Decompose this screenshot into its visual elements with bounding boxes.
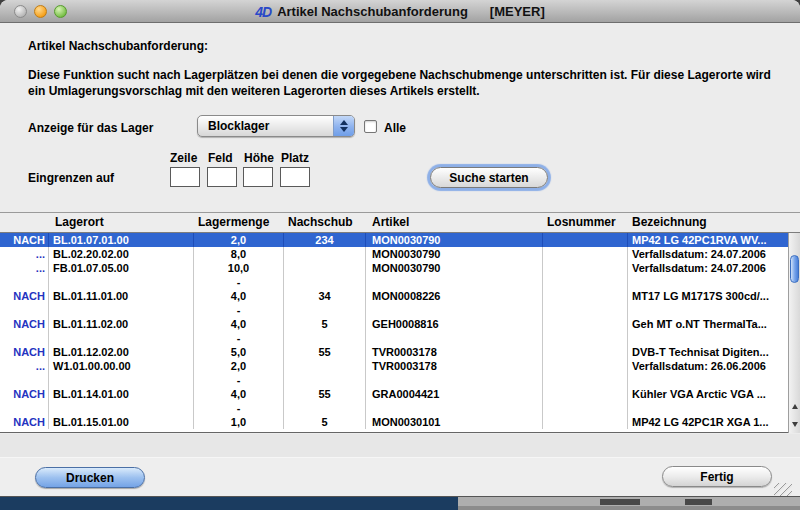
titlebar[interactable]: 4D Artikel Nachschubanforderung [MEYER] — [0, 0, 800, 23]
header-artikel[interactable]: Artikel — [366, 213, 543, 232]
cell-status: NACH — [0, 415, 49, 429]
cell-nachschub: 234 — [284, 233, 366, 247]
cell-status — [0, 275, 49, 289]
cell-losnummer — [543, 401, 628, 415]
alle-checkbox[interactable] — [364, 120, 377, 133]
vertical-scrollbar[interactable] — [788, 233, 800, 433]
table-row[interactable]: NACHBL.01.12.02.005,055TVR0003178DVB-T T… — [0, 345, 788, 359]
cell-bezeichnung: Geh MT o.NT ThermalTa... — [628, 317, 788, 331]
cell-nachschub — [284, 275, 366, 289]
scrollbar-arrows — [789, 397, 800, 433]
scroll-up-icon[interactable] — [789, 397, 800, 415]
cell-bezeichnung: DVB-T Technisat Digiten... — [628, 345, 788, 359]
feld-input[interactable] — [207, 167, 237, 187]
cell-status: NACH — [0, 233, 49, 247]
fertig-button[interactable]: Fertig — [662, 466, 772, 487]
cell-nachschub — [284, 401, 366, 415]
table-row[interactable]: - — [0, 275, 788, 289]
cell-bezeichnung — [628, 401, 788, 415]
hoehe-input[interactable] — [243, 167, 273, 187]
cell-lagermenge: 4,0 — [194, 387, 284, 401]
cell-nachschub: 55 — [284, 387, 366, 401]
cell-losnummer — [543, 261, 628, 275]
cell-artikel: TVR0003178 — [366, 345, 543, 359]
cell-status: ... — [0, 359, 49, 373]
cell-losnummer — [543, 275, 628, 289]
table-header: Lagerort Lagermenge Nachschub Artikel Lo… — [0, 213, 800, 233]
cell-artikel — [366, 373, 543, 387]
table-row[interactable]: - — [0, 303, 788, 317]
table-row[interactable]: - — [0, 331, 788, 345]
obscured-text-fragment — [685, 499, 712, 505]
cell-status — [0, 303, 49, 317]
cell-artikel: GRA0004421 — [366, 387, 543, 401]
cell-bezeichnung — [628, 373, 788, 387]
table-row[interactable]: - — [0, 401, 788, 415]
cell-artikel: MON0008226 — [366, 289, 543, 303]
results-table: Lagerort Lagermenge Nachschub Artikel Lo… — [0, 212, 800, 433]
cell-artikel: TVR0003178 — [366, 359, 543, 373]
drucken-button[interactable]: Drucken — [35, 467, 145, 488]
cell-lagermenge: 2,0 — [194, 233, 284, 247]
cell-lagerort: BL.01.12.02.00 — [49, 345, 194, 359]
cell-nachschub — [284, 373, 366, 387]
header-lagermenge[interactable]: Lagermenge — [194, 213, 284, 232]
cell-bezeichnung: MT17 LG M1717S 300cd/... — [628, 289, 788, 303]
cell-losnummer — [543, 331, 628, 345]
cell-lagerort: BL.01.15.01.00 — [49, 415, 194, 429]
cell-nachschub — [284, 359, 366, 373]
platz-input[interactable] — [280, 167, 310, 187]
table-row[interactable]: NACHBL.01.14.01.004,055GRA0004421Kühler … — [0, 387, 788, 401]
cell-artikel — [366, 303, 543, 317]
eingrenzen-label: Eingrenzen auf — [28, 171, 114, 185]
cell-artikel: MON0030790 — [366, 261, 543, 275]
header-status[interactable] — [0, 213, 49, 232]
table-row[interactable]: NACHBL.01.11.01.004,034MON0008226MT17 LG… — [0, 289, 788, 303]
cell-lagermenge: 4,0 — [194, 317, 284, 331]
alle-checkbox-label: Alle — [384, 121, 406, 135]
table-row[interactable]: NACHBL.01.11.02.004,05GEH0008816Geh MT o… — [0, 317, 788, 331]
cell-lagerort — [49, 401, 194, 415]
cell-bezeichnung: MP42 LG 42PC1R XGA 1... — [628, 415, 788, 429]
table-body: NACHBL.01.07.01.002,0234MON0030790MP42 L… — [0, 233, 788, 432]
table-row[interactable]: ...W1.01.00.00.002,0TVR0003178Verfallsda… — [0, 359, 788, 373]
cell-status: ... — [0, 247, 49, 261]
window-title-user: [MEYER] — [490, 4, 545, 19]
hoehe-label: Höhe — [244, 151, 274, 165]
header-lagerort[interactable]: Lagerort — [49, 213, 194, 232]
lager-dropdown-value: Blocklager — [198, 119, 333, 133]
lager-dropdown[interactable]: Blocklager — [197, 115, 355, 137]
cell-artikel: MON0030790 — [366, 233, 543, 247]
header-losnummer[interactable]: Losnummer — [543, 213, 628, 232]
cell-status: NACH — [0, 317, 49, 331]
cell-status: NACH — [0, 387, 49, 401]
app-window: 4D Artikel Nachschubanforderung [MEYER] … — [0, 0, 800, 497]
table-row[interactable]: NACHBL.01.15.01.001,05MON0030101MP42 LG … — [0, 415, 788, 429]
cell-lagermenge: - — [194, 303, 284, 317]
scrollbar-thumb[interactable] — [790, 255, 799, 283]
cell-lagermenge: 5,0 — [194, 345, 284, 359]
feld-label: Feld — [208, 151, 233, 165]
table-row[interactable]: - — [0, 373, 788, 387]
cell-artikel: MON0030101 — [366, 415, 543, 429]
cell-lagerort: BL.01.07.01.00 — [49, 233, 194, 247]
suche-starten-button[interactable]: Suche starten — [430, 167, 548, 188]
cell-nachschub — [284, 261, 366, 275]
cell-nachschub — [284, 303, 366, 317]
platz-label: Platz — [281, 151, 309, 165]
cell-lagermenge: 10,0 — [194, 261, 284, 275]
cell-nachschub — [284, 247, 366, 261]
zeile-input[interactable] — [170, 167, 200, 187]
cell-artikel — [366, 401, 543, 415]
scroll-down-icon[interactable] — [789, 415, 800, 433]
table-row[interactable]: ...BL.02.20.02.008,0MON0030790Verfallsda… — [0, 247, 788, 261]
table-row[interactable]: ...FB.01.07.05.0010,0MON0030790Verfallsd… — [0, 261, 788, 275]
header-nachschub[interactable]: Nachschub — [284, 213, 366, 232]
cell-bezeichnung — [628, 303, 788, 317]
header-bezeichnung[interactable]: Bezeichnung — [628, 213, 788, 232]
resize-handle-icon[interactable] — [774, 483, 792, 497]
cell-status: NACH — [0, 289, 49, 303]
table-row[interactable]: NACHBL.01.07.01.002,0234MON0030790MP42 L… — [0, 233, 788, 247]
4d-logo-icon: 4D — [255, 4, 271, 20]
cell-lagermenge: 2,0 — [194, 359, 284, 373]
